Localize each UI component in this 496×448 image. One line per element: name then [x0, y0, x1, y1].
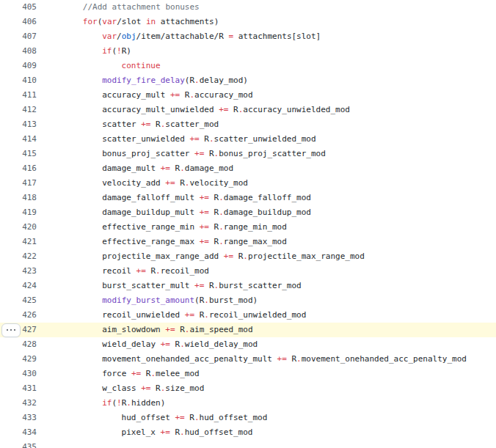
- code-token: //Add attachment bonuses: [83, 2, 200, 12]
- line-number[interactable]: 415: [0, 147, 37, 161]
- code-line-row: 413scatter += R.scatter_mod: [0, 117, 496, 132]
- code-token: damage_mult: [102, 164, 160, 173]
- code-token: if: [102, 398, 112, 408]
- code-token: !: [117, 46, 122, 56]
- line-number[interactable]: 424: [0, 279, 37, 293]
- code-token: recoil_unwielded_mod: [209, 310, 306, 320]
- code-line: if(!R.hidden): [37, 396, 496, 411]
- line-number[interactable]: 425: [0, 293, 37, 308]
- code-line: scatter_unwielded += R.scatter_unwielded…: [37, 132, 496, 147]
- code-line-row: 409continue: [0, 59, 496, 73]
- line-number[interactable]: 434: [0, 425, 37, 440]
- code-token: .: [296, 354, 302, 364]
- line-number[interactable]: 405: [0, 0, 37, 15]
- code-token: .: [194, 413, 200, 422]
- line-number[interactable]: 422: [0, 249, 37, 264]
- code-token: accuracy_mod: [194, 90, 252, 100]
- code-line-row: 432if(!R.hidden): [0, 396, 496, 411]
- code-token: bonus_proj_scatter_mod: [219, 149, 326, 158]
- code-token: R: [204, 281, 214, 290]
- line-number[interactable]: 429: [0, 352, 37, 367]
- code-line-row: 420effective_range_min += R.range_min_mo…: [0, 220, 496, 235]
- code-token: /: [117, 32, 122, 41]
- code-line-row: 418damage_falloff_mult += R.damage_fallo…: [0, 191, 496, 205]
- line-number[interactable]: 411: [0, 88, 37, 103]
- code-token: accuracy_mult_unwielded: [102, 105, 219, 114]
- line-number[interactable]: 414: [0, 132, 37, 147]
- code-token: R: [209, 193, 219, 202]
- line-number[interactable]: 406: [0, 15, 37, 29]
- code-token: scatter_unwielded_mod: [214, 134, 316, 144]
- line-number[interactable]: 431: [0, 381, 37, 396]
- code-line: aim_slowdown += R.aim_speed_mod: [37, 323, 496, 337]
- code-token: R: [170, 164, 180, 173]
- line-number[interactable]: 433: [0, 411, 37, 425]
- code-line: damage_mult += R.damage_mod: [37, 161, 496, 176]
- code-token: R: [146, 266, 156, 276]
- code-line-row: 425modify_burst_amount(R.burst_mod): [0, 293, 496, 308]
- line-number[interactable]: 419: [0, 205, 37, 220]
- code-line: modify_fire_delay(R.delay_mod): [37, 73, 496, 88]
- code-token: scatter_unwielded: [102, 134, 189, 144]
- line-number[interactable]: 420: [0, 220, 37, 235]
- code-line: continue: [37, 59, 496, 73]
- code-token: effective_range_min: [102, 222, 199, 232]
- line-options-button[interactable]: [1, 323, 21, 337]
- code-line: scatter += R.scatter_mod: [37, 117, 496, 132]
- line-number[interactable]: 418: [0, 191, 37, 205]
- line-number[interactable]: 410: [0, 73, 37, 88]
- code-line: damage_falloff_mult += R.damage_falloff_…: [37, 191, 496, 205]
- line-number[interactable]: 409: [0, 59, 37, 73]
- code-token: bonus_proj_scatter: [102, 149, 194, 158]
- code-token: hud_offset: [122, 413, 175, 422]
- code-line: hud_offset += R.hud_offset_mod: [37, 411, 496, 425]
- code-line-row: 422projectile_max_range_add += R.project…: [0, 249, 496, 264]
- code-token: +=: [200, 222, 209, 232]
- line-number[interactable]: 428: [0, 337, 37, 352]
- line-number[interactable]: 408: [0, 44, 37, 59]
- code-token: +=: [136, 266, 146, 276]
- code-token: +=: [200, 208, 209, 217]
- code-token: burst_mod): [209, 295, 258, 305]
- code-line-row: 428wield_delay += R.wield_delay_mod: [0, 337, 496, 352]
- line-number[interactable]: 423: [0, 264, 37, 279]
- line-number[interactable]: 412: [0, 103, 37, 117]
- code-line-row: 412accuracy_mult_unwielded += R.accuracy…: [0, 103, 496, 117]
- line-number[interactable]: 416: [0, 161, 37, 176]
- code-token: +=: [200, 193, 209, 202]
- code-line: accuracy_mult += R.accuracy_mod: [37, 88, 496, 103]
- line-number[interactable]: 430: [0, 367, 37, 381]
- code-line: bonus_proj_scatter += R.bonus_proj_scatt…: [37, 147, 496, 161]
- code-token: R: [194, 310, 204, 320]
- line-number[interactable]: 435: [0, 440, 37, 448]
- line-number[interactable]: 407: [0, 29, 37, 44]
- code-token: damage_falloff_mult: [102, 193, 199, 202]
- code-token: burst_scatter_mod: [219, 281, 302, 290]
- code-token: R: [175, 178, 185, 188]
- code-token: .: [219, 193, 224, 202]
- line-number[interactable]: 426: [0, 308, 37, 323]
- line-number[interactable]: 421: [0, 235, 37, 249]
- code-token: recoil_mod: [161, 266, 209, 276]
- line-number[interactable]: 413: [0, 117, 37, 132]
- line-number[interactable]: 417: [0, 176, 37, 191]
- code-token: +=: [131, 369, 141, 378]
- code-token: var: [102, 17, 117, 26]
- code-token: continue: [122, 61, 161, 70]
- code-line-row: 423recoil += R.recoil_mod: [0, 264, 496, 279]
- code-token: .: [180, 164, 185, 173]
- code-token: hud_offset_mod: [200, 413, 268, 422]
- code-token: velocity_mod: [189, 178, 247, 188]
- code-line-row: 406for(var/slot in attachments): [0, 15, 496, 29]
- code-token: R: [150, 383, 160, 393]
- line-number[interactable]: 432: [0, 396, 37, 411]
- code-token: (R: [185, 76, 194, 85]
- code-line-row: 405//Add attachment bonuses: [0, 0, 496, 15]
- code-line-row: 415bonus_proj_scatter += R.bonus_proj_sc…: [0, 147, 496, 161]
- code-token: .: [180, 339, 185, 349]
- code-token: for: [83, 17, 98, 26]
- code-token: R: [287, 354, 296, 364]
- code-token: R: [141, 369, 150, 378]
- code-line: wield_delay += R.wield_delay_mod: [37, 337, 496, 352]
- code-token: .: [204, 295, 209, 305]
